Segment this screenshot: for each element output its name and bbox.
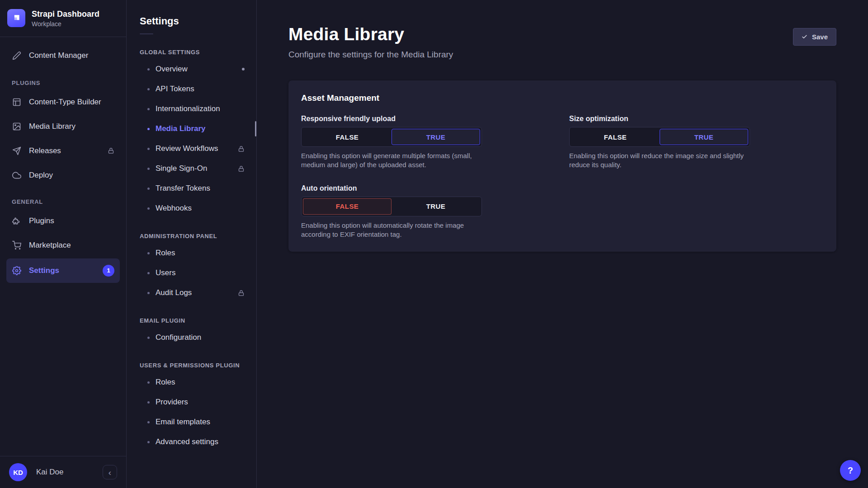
page-header: Media Library Configure the settings for… [288,24,836,60]
check-icon [802,34,807,40]
field-description: Enabling this option will reduce the ima… [569,151,759,170]
responsive-friendly-upload-toggle: FALSE TRUE [301,127,482,147]
subnav-item-single-sign-on[interactable]: Single Sign-On [127,159,256,178]
subnav-item-review-workflows[interactable]: Review Workflows [127,139,256,159]
subnav-item-label: Single Sign-On [156,164,207,173]
subnav-item-label: Webhooks [156,204,192,213]
save-button[interactable]: Save [793,28,836,46]
toggle-option-false[interactable]: FALSE [303,129,392,145]
bullet-icon [147,292,150,294]
paper-plane-icon [12,146,22,156]
page-subtitle: Configure the settings for the Media Lib… [288,50,453,60]
field-auto-orientation: Auto orientation FALSE TRUE Enabling thi… [301,184,556,239]
subnav-item-label: Configuration [156,333,201,342]
subnav-item-label: Users [156,268,175,277]
settings-notification-badge: 1 [103,265,114,277]
toggle-option-false[interactable]: FALSE [571,129,660,145]
image-icon [12,122,22,131]
subnav-item-configuration[interactable]: Configuration [127,328,256,347]
main-nav-list: Content Manager PLUGINS Content-Type Bui… [0,37,126,456]
bullet-icon [147,168,150,170]
subnav-item-label: Overview [156,65,188,74]
avatar: KD [9,463,27,481]
sidebar-item-deploy[interactable]: Deploy [6,164,120,187]
sidebar-item-content-type-builder[interactable]: Content-Type Builder [6,91,120,113]
bullet-icon [147,381,150,384]
subnav-item-label: Email templates [156,418,210,427]
subnav-item-advanced-settings[interactable]: Advanced settings [127,432,256,452]
strapi-logo-icon [7,9,25,27]
subnav-item-label: Roles [156,249,175,258]
field-responsive-friendly-upload: Responsive friendly upload FALSE TRUE En… [301,115,556,170]
user-menu[interactable]: KD Kai Doe [9,463,63,481]
lock-icon [238,165,245,172]
bullet-icon [147,421,150,423]
help-button[interactable]: ? [840,460,861,481]
toggle-option-true[interactable]: TRUE [392,198,480,215]
subnav-item-internationalization[interactable]: Internationalization [127,99,256,119]
subnav-item-label: Roles [156,378,175,387]
subnav-section-email-plugin: EMAIL PLUGIN [127,317,256,324]
field-description: Enabling this option will generate multi… [301,151,491,170]
subnav-item-transfer-tokens[interactable]: Transfer Tokens [127,178,256,198]
subnav-section-administration-panel: ADMINISTRATION PANEL [127,233,256,239]
subnav-item-api-tokens[interactable]: API Tokens [127,79,256,99]
sidebar-item-label: Content Manager [29,51,88,60]
subnav-item-email-templates[interactable]: Email templates [127,412,256,432]
card-title: Asset Management [301,93,824,103]
subnav-item-label: Advanced settings [156,437,218,446]
bullet-icon [147,252,150,254]
gear-icon [12,266,22,276]
collapse-sidebar-button[interactable]: ‹ [103,465,117,479]
sidebar-item-releases[interactable]: Releases [6,140,120,162]
size-optimization-toggle: FALSE TRUE [569,127,750,147]
asset-management-card: Asset Management Responsive friendly upl… [288,80,836,252]
sidebar-item-settings[interactable]: Settings 1 [6,258,120,283]
sidebar-item-marketplace[interactable]: Marketplace [6,234,120,257]
cart-icon [12,240,22,250]
layout-icon [12,97,22,107]
subnav-item-media-library[interactable]: Media Library [127,119,256,139]
brand-text: Strapi Dashboard Workplace [32,9,99,28]
toggle-option-false[interactable]: FALSE [303,198,392,215]
sidebar-item-label: Releases [29,146,61,155]
bullet-icon [147,441,150,443]
subnav-item-providers[interactable]: Providers [127,392,256,412]
subnav-item-overview[interactable]: Overview [127,59,256,79]
sidebar-item-media-library[interactable]: Media Library [6,115,120,138]
settings-sidebar: Settings GLOBAL SETTINGS Overview API To… [127,0,257,488]
main-sidebar: Strapi Dashboard Workplace Content Manag… [0,0,127,488]
bullet-icon [147,88,150,90]
bullet-icon [147,188,150,190]
sidebar-section-plugins: PLUGINS [12,80,114,86]
workspace-switcher[interactable]: Strapi Dashboard Workplace [0,0,126,37]
sidebar-footer: KD Kai Doe ‹ [0,456,126,488]
subnav-item-label: Media Library [156,124,206,133]
field-size-optimization: Size optimization FALSE TRUE Enabling th… [569,115,824,170]
subnav-item-label: Transfer Tokens [156,184,210,193]
subnav-item-users[interactable]: Users [127,263,256,283]
field-label: Size optimization [569,115,824,123]
subnav-item-label: Providers [156,398,188,407]
settings-grid: Responsive friendly upload FALSE TRUE En… [301,115,824,239]
brand-title: Strapi Dashboard [32,9,99,19]
subnav-item-webhooks[interactable]: Webhooks [127,198,256,218]
subnav-item-audit-logs[interactable]: Audit Logs [127,283,256,303]
page-title: Media Library [288,24,453,44]
user-name: Kai Doe [36,468,63,477]
sidebar-section-general: GENERAL [12,198,114,205]
toggle-option-true[interactable]: TRUE [660,129,748,145]
toggle-option-true[interactable]: TRUE [392,129,480,145]
brand-subtitle: Workplace [32,20,99,28]
bullet-icon [147,68,150,70]
settings-nav-title: Settings [127,15,256,27]
sidebar-item-plugins[interactable]: Plugins [6,210,120,232]
sidebar-item-content-manager[interactable]: Content Manager [6,44,120,67]
subnav-item-admin-roles[interactable]: Roles [127,243,256,263]
field-label: Auto orientation [301,184,556,192]
subnav-item-label: API Tokens [156,84,194,94]
sidebar-item-label: Plugins [29,216,54,225]
subnav-item-up-roles[interactable]: Roles [127,372,256,392]
lock-icon [238,290,245,296]
subnav-item-label: Review Workflows [156,144,218,153]
